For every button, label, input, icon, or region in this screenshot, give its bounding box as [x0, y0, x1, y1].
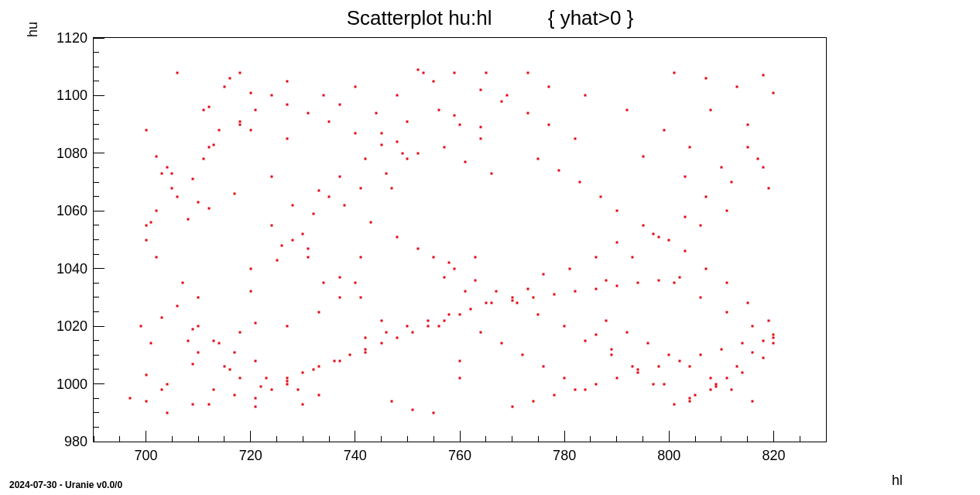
data-point — [307, 112, 310, 114]
data-point — [286, 380, 289, 382]
data-point — [181, 282, 183, 284]
data-point — [720, 348, 722, 350]
data-point — [338, 103, 341, 105]
data-point — [412, 331, 414, 333]
data-point — [166, 383, 168, 385]
data-point — [344, 204, 346, 206]
data-point — [286, 138, 289, 140]
data-point — [584, 339, 587, 342]
data-point — [338, 359, 341, 362]
data-point — [553, 394, 555, 397]
data-point — [522, 354, 524, 356]
data-point — [579, 181, 581, 184]
data-point — [459, 359, 461, 362]
data-point — [767, 187, 769, 189]
data-point — [615, 377, 618, 380]
data-point — [380, 143, 382, 146]
data-point — [584, 95, 587, 97]
data-point — [255, 397, 257, 400]
data-point — [636, 282, 639, 284]
data-point — [338, 276, 341, 278]
data-point — [631, 256, 633, 258]
data-point — [511, 406, 513, 408]
data-point — [270, 175, 272, 177]
data-point — [773, 337, 775, 339]
data-point — [564, 325, 566, 328]
data-point — [610, 348, 612, 350]
data-point — [396, 337, 398, 339]
data-point — [391, 187, 393, 189]
data-point — [166, 167, 168, 169]
data-point — [365, 337, 367, 339]
data-point — [673, 282, 676, 284]
data-point — [678, 276, 680, 278]
data-point — [448, 262, 451, 264]
data-point — [291, 204, 293, 206]
data-point — [338, 175, 341, 177]
data-point — [684, 215, 686, 218]
x-tick-label: 720 — [239, 448, 262, 464]
data-point — [416, 247, 419, 249]
data-point — [710, 389, 712, 391]
data-point — [354, 132, 356, 134]
chart-title: Scatterplot hu:hl { yhat>0 } — [0, 6, 980, 30]
data-point — [773, 91, 775, 94]
data-point — [187, 218, 189, 221]
data-point — [653, 383, 655, 385]
data-point — [490, 172, 492, 174]
data-point — [197, 325, 200, 328]
data-point — [396, 235, 398, 238]
data-point — [689, 366, 691, 368]
data-point — [610, 354, 612, 356]
data-point — [526, 71, 529, 74]
data-point — [207, 403, 210, 405]
data-point — [176, 195, 179, 198]
data-point — [396, 95, 398, 97]
data-point — [537, 314, 540, 316]
data-point — [416, 68, 419, 70]
data-point — [207, 106, 210, 108]
data-point — [631, 366, 633, 368]
data-point — [228, 368, 231, 370]
data-point — [433, 411, 435, 414]
data-point — [574, 389, 576, 391]
data-point — [605, 319, 608, 321]
data-point — [704, 195, 707, 198]
y-tick-label: 1100 — [57, 88, 87, 104]
data-point — [401, 152, 403, 154]
data-point — [647, 342, 649, 345]
data-point — [312, 368, 314, 370]
data-point — [307, 256, 310, 258]
data-point — [239, 120, 242, 122]
data-point — [234, 351, 236, 353]
data-point — [459, 314, 461, 316]
data-point — [653, 233, 655, 235]
data-point — [485, 302, 487, 304]
data-point — [365, 351, 367, 353]
data-point — [773, 342, 775, 345]
data-point — [202, 109, 204, 112]
data-point — [145, 400, 147, 402]
data-point — [574, 290, 576, 293]
data-point — [239, 331, 242, 333]
data-point — [286, 377, 289, 380]
data-point — [359, 187, 362, 189]
data-point — [338, 296, 341, 298]
data-point — [642, 224, 644, 226]
x-tick-label: 820 — [762, 448, 785, 464]
data-point — [516, 302, 519, 304]
data-point — [663, 383, 665, 385]
data-point — [171, 172, 173, 174]
data-point — [249, 91, 252, 94]
data-point — [595, 383, 597, 385]
data-point — [584, 389, 587, 391]
data-point — [485, 71, 487, 74]
data-point — [704, 267, 707, 270]
data-point — [704, 77, 707, 80]
data-point — [255, 406, 257, 408]
data-point — [427, 325, 430, 328]
y-tick-label: 1040 — [57, 260, 87, 277]
data-point — [323, 282, 325, 284]
data-point — [260, 386, 262, 388]
data-point — [731, 389, 733, 391]
